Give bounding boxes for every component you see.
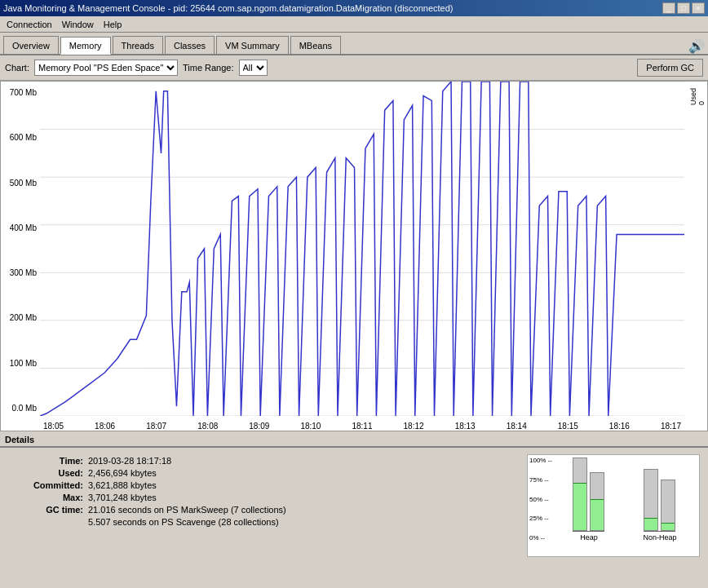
non-heap-bar-2-used [662,523,675,530]
x-label-1810: 18:10 [300,422,321,431]
committed-label: Committed: [10,480,83,490]
window-title: Java Monitoring & Management Console - p… [3,3,454,13]
speaker-icon: 🔊 [688,38,705,54]
details-header: Details [0,431,708,446]
x-label-1809: 18:09 [249,422,269,431]
x-label-1816: 18:16 [609,422,630,431]
used-label: Used0 [689,88,706,105]
detail-row-gctime2: 5.507 seconds on PS Scavenge (28 collect… [10,517,519,527]
y-50pct: 50% -- [529,496,552,503]
chart-area: 0.0 Mb 100 Mb 200 Mb 300 Mb 400 Mb 500 M… [0,81,708,431]
tab-bar: Overview Memory Threads Classes VM Summa… [0,33,708,55]
menu-bar: Connection Window Help [0,16,708,33]
y-label-700Mb: 700 Mb [2,88,37,97]
gc-time-label: GC time: [10,505,83,515]
used-label-text: Used: [10,468,83,478]
detail-row-used: Used: 2,456,694 kbytes [10,468,519,478]
y-25pct: 25% -- [529,515,552,522]
x-label-1813: 18:13 [455,422,476,431]
y-label-600Mb: 600 Mb [2,133,37,142]
detail-row-time: Time: 2019-03-28 18:17:18 [10,456,519,466]
details-title: Details [5,435,34,444]
details-right: 0% -- 25% -- 50% -- 75% -- 100% -- [524,451,703,560]
perform-gc-button[interactable]: Perform GC [637,59,703,77]
tab-memory[interactable]: Memory [60,37,111,55]
x-label-1814: 18:14 [507,422,527,431]
chart-controls: Chart: Memory Pool "PS Eden Space" Time … [0,55,708,81]
heap-bar-1 [573,458,587,531]
gc-time-value: 21.016 seconds on PS MarkSweep (7 collec… [88,505,519,515]
gc-time-value2: 5.507 seconds on PS Scavenge (28 collect… [88,517,519,527]
non-heap-bar-2 [661,480,675,531]
y-label-100Mb: 100 Mb [2,359,37,368]
max-label: Max: [10,493,83,502]
heap-bar-1-used [573,483,586,530]
y-100pct: 100% -- [529,457,552,464]
heap-bar-group: Heap [573,458,604,542]
menu-item-help[interactable]: Help [99,18,127,31]
y-label-500Mb: 500 Mb [2,179,37,188]
x-label-1806: 18:06 [95,422,115,431]
committed-value: 3,621,888 kbytes [88,480,519,490]
time-range-select[interactable]: All [239,60,268,76]
chart-select[interactable]: Memory Pool "PS Eden Space" [34,60,178,76]
chart-label: Chart: [5,63,29,73]
x-label-1808: 18:08 [197,422,218,431]
tab-threads[interactable]: Threads [113,36,163,54]
non-heap-bar-1 [644,469,658,531]
tab-classes[interactable]: Classes [165,36,215,54]
bar-chart-y-labels: 0% -- 25% -- 50% -- 75% -- 100% -- [528,455,554,543]
title-bar-controls: _ □ × [662,2,705,14]
x-label-1812: 18:12 [404,422,424,431]
details-section: Time: 2019-03-28 18:17:18 Used: 2,456,69… [0,446,708,564]
detail-row-committed: Committed: 3,621,888 kbytes [10,480,519,490]
heap-bars [573,458,604,532]
non-heap-bar-group: Non-Heap [643,458,676,542]
x-label-1807: 18:07 [146,422,166,431]
menu-item-window[interactable]: Window [57,18,99,31]
close-button[interactable]: × [692,2,705,14]
details-left: Time: 2019-03-28 18:17:18 Used: 2,456,69… [5,451,524,560]
chart-canvas-wrapper: 18:05 18:06 18:07 18:08 18:09 18:10 18:1… [40,82,684,431]
main-chart-canvas [40,82,684,416]
y-label-200Mb: 200 Mb [2,313,37,322]
tab-mbeans[interactable]: MBeans [290,36,341,54]
minimize-button[interactable]: _ [662,2,675,14]
x-label-1817: 18:17 [661,422,681,431]
y-label-0Mb: 0.0 Mb [2,404,37,413]
x-label-1811: 18:11 [352,422,372,431]
x-label-1805: 18:05 [43,422,64,431]
detail-row-gctime: GC time: 21.016 seconds on PS MarkSweep … [10,505,519,515]
tab-overview[interactable]: Overview [3,36,59,54]
y-label-400Mb: 400 Mb [2,223,37,232]
bar-groups: Heap Non-Heap [554,458,696,543]
maximize-button[interactable]: □ [677,2,690,14]
chart-x-labels: 18:05 18:06 18:07 18:08 18:09 18:10 18:1… [40,420,684,431]
non-heap-label: Non-Heap [643,533,676,542]
max-value: 3,701,248 kbytes [88,493,519,502]
non-heap-bar-1-used [644,518,657,530]
tab-vm-summary[interactable]: VM Summary [216,36,289,54]
time-value: 2019-03-28 18:17:18 [88,456,519,466]
y-0pct: 0% -- [529,534,552,542]
detail-row-max: Max: 3,701,248 kbytes [10,493,519,502]
gc-time-label2 [10,517,83,527]
chart-y-labels: 0.0 Mb 100 Mb 200 Mb 300 Mb 400 Mb 500 M… [1,82,40,431]
y-75pct: 75% -- [529,476,552,484]
heap-bar-2 [590,472,604,531]
x-label-1815: 18:15 [558,422,578,431]
heap-bar-2-used [591,499,604,531]
time-range-label: Time Range: [183,63,234,73]
heap-label: Heap [580,533,598,542]
y-label-300Mb: 300 Mb [2,268,37,277]
used-value: 2,456,694 kbytes [88,468,519,478]
non-heap-bars [644,458,675,532]
time-label: Time: [10,456,83,466]
title-bar: Java Monitoring & Management Console - p… [0,0,708,16]
menu-item-connection[interactable]: Connection [2,18,57,31]
